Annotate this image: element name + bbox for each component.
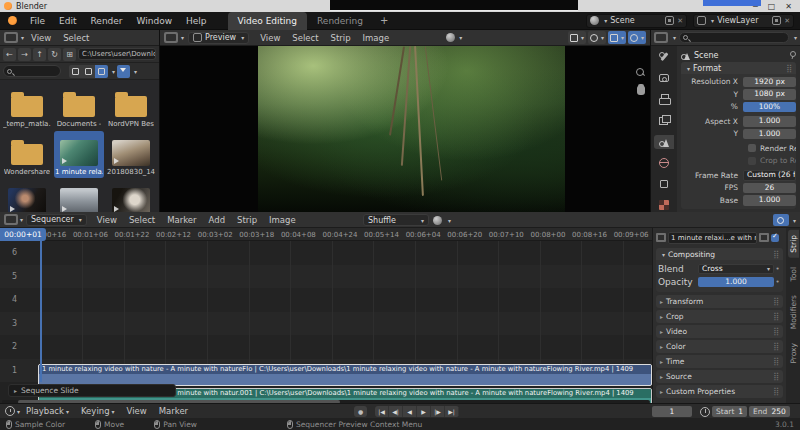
- menu-item[interactable]: View: [25, 33, 57, 43]
- new-scene-icon[interactable]: [665, 16, 674, 25]
- parent-dir-button[interactable]: ↑: [33, 48, 46, 61]
- menu-item[interactable]: File: [23, 12, 52, 30]
- compositing-panel-header[interactable]: ▾Compositing ⣿: [656, 248, 783, 260]
- overlays-toggle[interactable]: ▾: [628, 31, 646, 44]
- play-icon[interactable]: ▶: [417, 406, 431, 417]
- record-button[interactable]: ●: [354, 406, 367, 417]
- properties-tab[interactable]: [654, 92, 674, 106]
- sidebar-tab[interactable]: Strip: [788, 230, 799, 258]
- display-horizontal-list-button[interactable]: [82, 65, 95, 78]
- properties-tab[interactable]: [654, 177, 674, 191]
- file-item[interactable]: _temp_matla..: [2, 83, 52, 130]
- menu-item[interactable]: View: [254, 33, 286, 43]
- properties-tab[interactable]: [654, 156, 674, 170]
- operator-redo-panel[interactable]: ▸ Sequence Slide: [8, 384, 176, 397]
- menu-item[interactable]: View: [91, 215, 123, 225]
- add-workspace-button[interactable]: +: [373, 15, 395, 26]
- sidebar-tab[interactable]: Tool: [788, 262, 799, 287]
- sequencer-tracks[interactable]: 654321 1 minute relaxing video with natu…: [0, 241, 652, 382]
- new-viewlayer-icon[interactable]: [772, 16, 781, 25]
- sequencer-overlays-toggle[interactable]: [773, 214, 789, 226]
- file-item[interactable]: Wondershare: [2, 131, 52, 178]
- menu-item[interactable]: Select: [57, 33, 95, 43]
- prev-keyframe-icon[interactable]: ◀|: [389, 406, 403, 417]
- view-type-dropdown[interactable]: Preview ▾: [188, 32, 249, 44]
- file-item[interactable]: 20180830_14: [106, 131, 156, 178]
- animate-blend-icon[interactable]: •: [774, 265, 781, 273]
- sequencer-strip[interactable]: 1 minute relaxing video with nature - A …: [38, 364, 652, 386]
- forward-button[interactable]: →: [18, 48, 31, 61]
- blend-dropdown[interactable]: Cross▾: [698, 264, 774, 275]
- file-item[interactable]: Documents -: [54, 83, 104, 130]
- menu-item[interactable]: Select: [286, 33, 324, 43]
- scene-selector[interactable]: ▾ Scene ✕: [586, 14, 687, 28]
- collapsed-panel-header[interactable]: ▸ Color ⣿: [656, 340, 783, 353]
- back-button[interactable]: ←: [3, 48, 16, 61]
- properties-tab[interactable]: [654, 50, 674, 64]
- view-transform-icon[interactable]: [446, 33, 455, 42]
- panel-options-icon[interactable]: ⣿: [773, 387, 779, 396]
- properties-search-field[interactable]: [679, 32, 789, 43]
- menu-item[interactable]: Help: [179, 12, 214, 30]
- file-item[interactable]: 1 minute rela..: [54, 131, 104, 178]
- collapsed-panel-header[interactable]: ▸ Transform ⣿: [656, 295, 783, 308]
- panel-options-icon[interactable]: ⣿: [773, 342, 779, 351]
- frame-end-field[interactable]: End250: [749, 406, 790, 417]
- menu-item[interactable]: Edit: [52, 12, 83, 30]
- timeline-editor-icon[interactable]: [5, 406, 15, 416]
- play-reverse-icon[interactable]: ◀: [403, 406, 417, 417]
- editor-type-icon[interactable]: [164, 32, 178, 43]
- close-button[interactable]: ✕: [785, 2, 792, 11]
- menu-item[interactable]: Render: [84, 12, 130, 30]
- panel-options-icon[interactable]: ⣿: [773, 297, 779, 306]
- resolution-percent-slider[interactable]: 100%: [743, 102, 796, 113]
- unlink-scene-icon[interactable]: ✕: [677, 17, 683, 25]
- panel-options-icon[interactable]: ⣿: [773, 372, 779, 381]
- blender-menu-icon[interactable]: [8, 16, 17, 25]
- properties-tab[interactable]: [654, 113, 674, 127]
- fps-field[interactable]: 26: [743, 183, 796, 194]
- file-item[interactable]: NordVPN Bes: [106, 83, 156, 130]
- path-field[interactable]: C:\Users\user\Downloads\: [78, 48, 156, 60]
- keying-menu[interactable]: Keying▾: [75, 406, 121, 416]
- sequencer-view-dropdown[interactable]: Sequencer ▾: [26, 214, 87, 226]
- timeline-ruler[interactable]: 00:00+1600:01+0600:01+2200:02+1200:03+02…: [0, 228, 652, 241]
- editor-type-icon[interactable]: [4, 32, 18, 43]
- properties-tab[interactable]: [654, 71, 674, 85]
- pivot-point-toggle[interactable]: ▾: [588, 31, 606, 44]
- collapsed-panel-header[interactable]: ▸ Custom Properties ⣿: [656, 385, 783, 398]
- pan-hand-icon[interactable]: [637, 86, 645, 95]
- menu-item[interactable]: Select: [123, 215, 161, 225]
- menu-item[interactable]: Window: [130, 12, 180, 30]
- workspace-tab[interactable]: Rendering: [307, 12, 373, 30]
- editor-type-icon[interactable]: [4, 214, 18, 225]
- panel-options-icon[interactable]: ⣿: [773, 250, 779, 259]
- crop-to-render-checkbox[interactable]: [748, 157, 756, 165]
- opacity-slider[interactable]: 1.000: [698, 277, 774, 288]
- workspace-tab[interactable]: Video Editing: [228, 12, 307, 30]
- render-region-checkbox[interactable]: [748, 144, 756, 152]
- viewlayer-selector[interactable]: ▾ ViewLayer ✕: [693, 14, 794, 28]
- properties-tab[interactable]: [654, 135, 674, 149]
- properties-tab[interactable]: [654, 198, 674, 212]
- maximize-button[interactable]: □: [768, 2, 776, 11]
- menu-item[interactable]: Image: [263, 215, 302, 225]
- collapsed-panel-header[interactable]: ▸ Time ⣿: [656, 355, 783, 368]
- jump-to-end-icon[interactable]: ▶|: [445, 406, 459, 417]
- format-panel-header[interactable]: ▾Format ⣿: [681, 62, 796, 74]
- jump-to-start-icon[interactable]: |◀: [375, 406, 389, 417]
- panel-options-icon[interactable]: ⣿: [773, 327, 779, 336]
- menu-item[interactable]: Add: [203, 215, 231, 225]
- sidebar-tab[interactable]: Modifiers: [788, 290, 799, 334]
- sidebar-tab[interactable]: Proxy: [788, 338, 799, 369]
- aspect-x-field[interactable]: 1.000: [743, 116, 796, 127]
- gizmos-toggle[interactable]: ▾: [608, 31, 626, 44]
- collapsed-panel-header[interactable]: ▸ Source ⣿: [656, 370, 783, 383]
- strip-name-field[interactable]: 1 minute relaxi...e with natureFlo: [668, 232, 757, 244]
- video-preview-frame[interactable]: [258, 46, 565, 212]
- display-settings-chevron-icon[interactable]: ▾: [112, 68, 115, 75]
- menu-item[interactable]: Strip: [231, 215, 263, 225]
- base-field[interactable]: 1.000: [743, 195, 796, 206]
- mute-strip-icon[interactable]: [759, 233, 769, 242]
- properties-search-input[interactable]: [690, 34, 785, 41]
